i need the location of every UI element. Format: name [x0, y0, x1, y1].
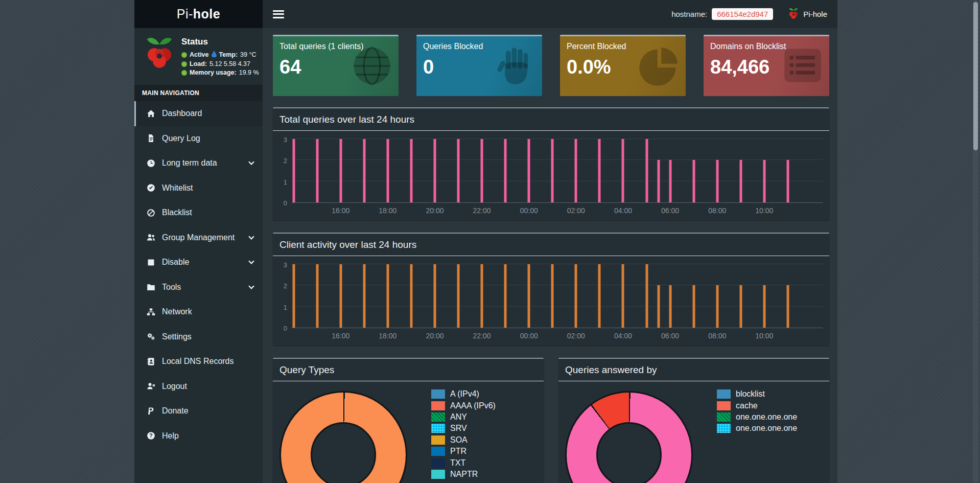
memory-label: Memory usage:	[190, 69, 237, 76]
bar	[363, 264, 365, 328]
legend-item[interactable]: PTR	[431, 446, 496, 457]
sidebar-item-query-log[interactable]: Query Log	[134, 126, 263, 151]
legend-item[interactable]: ANY	[431, 411, 496, 423]
sidebar-item-long-term-data[interactable]: Long term data	[134, 151, 263, 176]
sidebar-item-label: Donate	[162, 406, 189, 416]
bar	[363, 139, 365, 202]
stat-card-domains-blocklist[interactable]: Domains on Blocklist 84,466	[704, 35, 829, 96]
x-axis-tick-label: 02:00	[567, 206, 585, 215]
bar	[657, 160, 660, 202]
legend-swatch	[431, 447, 445, 456]
app-logo[interactable]: Pi-hole	[134, 0, 263, 28]
home-icon	[146, 109, 155, 118]
query-types-legend: A (IPv4)AAAA (IPv6)ANYSRVSOAPTRTXTNAPTR	[431, 388, 496, 480]
sidebar-item-disable[interactable]: Disable	[134, 250, 263, 275]
sidebar-item-label: Group Management	[162, 233, 235, 242]
legend-label: ANY	[450, 412, 467, 422]
legend-label: SRV	[450, 424, 467, 433]
stat-cards-row: Total queries (1 clients) 64 Queries Blo…	[273, 35, 829, 96]
sidebar-item-help[interactable]: ? Help	[134, 424, 263, 449]
bar	[692, 160, 695, 202]
donut-charts-row: Query Types A (IPv4)AAAA (IPv6)ANYSRVSOA…	[273, 358, 829, 483]
sidebar-item-label: Logout	[162, 382, 187, 391]
bar	[763, 160, 765, 202]
sidebar-item-donate[interactable]: Donate	[134, 399, 263, 424]
bar	[410, 139, 412, 202]
hand-paper-icon	[494, 44, 537, 87]
legend-swatch	[717, 389, 731, 399]
status-ok-icon	[181, 61, 187, 67]
bar	[339, 264, 342, 328]
scrollbar-thumb[interactable]	[973, 2, 978, 150]
sidebar-item-whitelist[interactable]: Whitelist	[134, 176, 263, 201]
raspberry-logo-icon	[145, 36, 174, 71]
query-types-donut	[279, 391, 407, 483]
legend-item[interactable]: one.one.one.one	[717, 423, 797, 434]
sidebar-item-group-management[interactable]: Group Management	[134, 225, 263, 250]
list-icon	[781, 44, 824, 87]
queries-answered-by-box: Queries answered by blocklistcacheone.on…	[558, 358, 829, 483]
legend-swatch	[431, 470, 445, 479]
sidebar-item-dashboard[interactable]: Dashboard	[134, 101, 263, 126]
y-axis-tick-label: 0	[284, 325, 287, 332]
pihole-brand[interactable]: Pi-hole	[788, 7, 827, 21]
sidebar-item-blacklist[interactable]: Blacklist	[134, 200, 263, 225]
sitemap-icon	[146, 307, 155, 316]
bar	[645, 264, 648, 328]
y-axis-tick-label: 1	[284, 303, 287, 311]
users-icon	[146, 233, 155, 242]
legend-item[interactable]: SOA	[431, 434, 496, 446]
load-values: 5.12 5.58 4.37	[209, 60, 250, 67]
sidebar-section-header: MAIN NAVIGATION	[134, 85, 263, 101]
pie-chart-icon	[638, 44, 681, 87]
hostname-label: hostname:	[671, 10, 707, 18]
sidebar-item-label: Whitelist	[162, 183, 193, 193]
x-axis-tick-label: 18:00	[379, 332, 396, 340]
x-axis-tick-label: 18:00	[379, 206, 396, 215]
sidebar-item-settings[interactable]: Settings	[134, 325, 263, 350]
sidebar-item-tools[interactable]: Tools	[134, 275, 263, 300]
y-axis-tick-label: 2	[284, 282, 287, 290]
bar	[716, 160, 718, 202]
sidebar-item-label: Tools	[162, 283, 181, 292]
gridline	[291, 139, 823, 139]
user-times-icon	[146, 382, 155, 391]
x-axis-tick-label: 16:00	[332, 332, 349, 340]
bar	[657, 285, 660, 328]
client-activity-chart: 012316:0018:0020:0022:0000:0002:0004:000…	[273, 256, 829, 346]
paypal-icon	[146, 406, 155, 416]
logo-prefix: Pi-	[177, 7, 193, 21]
legend-item[interactable]: A (IPv4)	[431, 388, 496, 400]
legend-swatch	[431, 458, 445, 468]
legend-item[interactable]: one.one.one.one	[717, 411, 797, 423]
legend-item[interactable]: SRV	[431, 423, 496, 434]
sidebar-item-label: Settings	[162, 332, 192, 341]
sidebar-item-logout[interactable]: Logout	[134, 374, 263, 399]
sidebar-item-network[interactable]: Network	[134, 300, 263, 325]
x-axis-tick-label: 16:00	[332, 206, 349, 215]
stat-card-queries-blocked[interactable]: Queries Blocked 0	[416, 35, 542, 96]
sidebar-item-local-dns-records[interactable]: Local DNS Records	[134, 349, 263, 374]
x-axis-tick-label: 00:00	[520, 206, 538, 215]
legend-item[interactable]: AAAA (IPv6)	[431, 400, 496, 411]
legend-item[interactable]: blocklist	[717, 388, 797, 400]
stat-card-total-queries[interactable]: Total queries (1 clients) 64	[273, 35, 399, 96]
chart-title: Client activity over last 24 hours	[273, 234, 829, 256]
bar	[528, 139, 530, 202]
legend-item[interactable]: cache	[717, 400, 797, 411]
bar	[339, 139, 342, 202]
legend-item[interactable]: NAPTR	[431, 469, 496, 480]
bar	[433, 139, 436, 202]
bar	[551, 264, 554, 328]
stat-card-percent-blocked[interactable]: Percent Blocked 0.0%	[560, 35, 686, 96]
x-axis-tick-label: 08:00	[708, 206, 726, 215]
file-icon	[146, 134, 155, 143]
bar	[292, 139, 295, 202]
sidebar-toggle-icon[interactable]	[273, 10, 284, 18]
address-book-icon	[146, 357, 155, 366]
legend-item[interactable]: TXT	[431, 457, 496, 468]
x-axis-tick-label: 20:00	[426, 332, 444, 340]
x-axis-tick-label: 04:00	[614, 332, 632, 340]
y-axis-tick-label: 0	[284, 199, 287, 207]
chevron-down-icon	[248, 159, 254, 165]
